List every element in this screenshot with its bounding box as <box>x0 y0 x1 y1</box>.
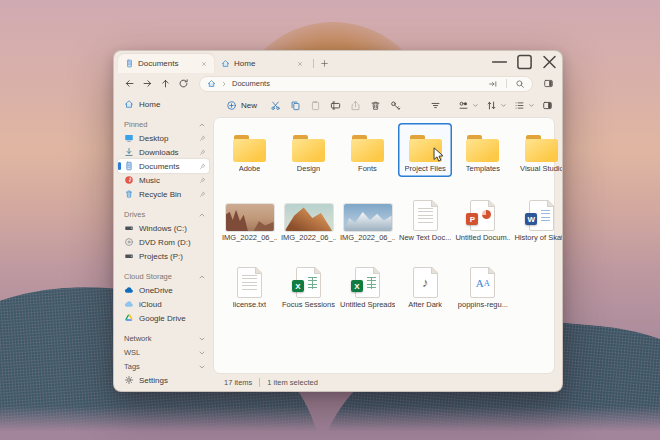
sidebar-section-tags[interactable]: Tags <box>118 360 209 373</box>
sidebar-item-projects-p[interactable]: Projects (P:) <box>118 249 209 263</box>
rename-button[interactable] <box>327 98 343 114</box>
file-item-label: Untitled Spreads... <box>340 301 395 310</box>
file-item-label: Focus Sessions <box>282 301 335 310</box>
excel-file-icon: X <box>296 267 321 298</box>
sidebar-item-icloud[interactable]: iCloud <box>118 297 209 311</box>
chevron-down-icon <box>500 102 507 109</box>
file-item-visual-studio[interactable]: Visual Studio <box>513 123 563 177</box>
close-button[interactable] <box>537 51 562 73</box>
delete-button[interactable] <box>367 98 383 114</box>
minimize-button[interactable] <box>487 51 512 73</box>
file-item-label: Fonts <box>358 165 377 174</box>
file-item-img-2022-06[interactable]: IMG_2022_06_... <box>339 182 396 246</box>
file-item-untitled-spreads[interactable]: XUntitled Spreads... <box>339 251 396 313</box>
maximize-button[interactable] <box>512 51 537 73</box>
folder-icon <box>350 135 385 162</box>
tab-documents[interactable]: Documents <box>118 54 214 73</box>
sidebar-item-recycle-bin[interactable]: Recycle Bin <box>118 187 209 201</box>
image-thumbnail <box>344 204 392 231</box>
wallpaper-bottom-haze <box>0 406 660 440</box>
sidebar-section-cloud-storage[interactable]: Cloud Storage <box>118 270 209 283</box>
file-item-focus-sessions[interactable]: XFocus Sessions <box>280 251 337 313</box>
back-button[interactable] <box>122 76 137 91</box>
file-item-license-txt[interactable]: license.txt <box>221 251 278 313</box>
go-to-icon[interactable] <box>488 79 498 89</box>
folder-icon <box>232 135 267 162</box>
file-item-history-of-skate[interactable]: WHistory of Skate... <box>513 182 563 246</box>
search-icon[interactable] <box>515 79 525 89</box>
file-item-templates[interactable]: Templates <box>454 123 511 177</box>
details-pane-button[interactable] <box>539 98 555 114</box>
sidebar-item-windows-c[interactable]: Windows (C:) <box>118 221 209 235</box>
paste-button[interactable] <box>307 98 323 114</box>
chevron-up-icon[interactable] <box>198 273 206 281</box>
address-bar[interactable]: Documents <box>199 76 533 92</box>
new-button[interactable]: New <box>222 98 263 113</box>
sidebar-item-desktop[interactable]: Desktop <box>118 131 209 145</box>
breadcrumb-location[interactable]: Documents <box>232 79 270 88</box>
tab-home[interactable]: Home <box>214 54 310 73</box>
sidebar-item-downloads[interactable]: Downloads <box>118 145 209 159</box>
windows-c-icon <box>124 223 134 233</box>
sidebar-section-pinned[interactable]: Pinned <box>118 118 209 131</box>
sidebar-item-label: Home <box>139 100 206 109</box>
chevron-down-icon <box>528 102 535 109</box>
sidebar-item-label: Google Drive <box>139 314 206 323</box>
sidebar-item-settings[interactable]: Settings <box>118 373 209 387</box>
file-item-project-files[interactable]: Project Files <box>398 123 452 177</box>
share-button[interactable] <box>347 98 363 114</box>
up-button[interactable] <box>158 76 173 91</box>
toggle-pane-icon[interactable] <box>541 77 555 91</box>
group-by-button[interactable] <box>455 98 479 114</box>
key-tools-button[interactable] <box>387 98 403 114</box>
projects-p-icon <box>124 251 134 261</box>
titlebar[interactable]: Documents Home <box>114 51 562 73</box>
sidebar-section-network[interactable]: Network <box>118 332 209 345</box>
chevron-up-icon[interactable] <box>198 211 206 219</box>
forward-button[interactable] <box>140 76 155 91</box>
mouse-cursor <box>433 147 444 163</box>
sidebar-item-google-drive[interactable]: Google Drive <box>118 311 209 325</box>
breadcrumb-home-icon[interactable] <box>207 79 216 88</box>
chevron-up-icon[interactable] <box>198 121 206 129</box>
chevron-down-icon[interactable] <box>198 349 206 357</box>
file-item-label: poppins-regu... <box>458 301 508 310</box>
copy-button[interactable] <box>287 98 303 114</box>
file-item-adobe[interactable]: Adobe <box>221 123 278 177</box>
pin-icon <box>199 149 206 156</box>
sidebar-item-home[interactable]: Home <box>118 97 209 111</box>
sidebar-item-documents[interactable]: Documents <box>118 159 209 173</box>
file-item-img-2022-06[interactable]: IMG_2022_06_... <box>280 182 337 246</box>
file-item-img-2022-06[interactable]: IMG_2022_06_... <box>221 182 278 246</box>
new-plus-icon <box>226 100 237 111</box>
sidebar-item-onedrive[interactable]: OneDrive <box>118 283 209 297</box>
sidebar: Home PinnedDesktopDownloadsDocumentsMusi… <box>114 94 213 391</box>
tab-close-icon[interactable] <box>198 58 209 69</box>
tab-close-icon[interactable] <box>294 58 305 69</box>
sidebar-item-label: Music <box>139 176 194 185</box>
sidebar-section-drives[interactable]: Drives <box>118 208 209 221</box>
file-area[interactable]: AdobeDesignFontsProject FilesTemplatesVi… <box>213 117 555 374</box>
filter-button[interactable] <box>427 98 443 114</box>
sort-button[interactable] <box>483 98 507 114</box>
refresh-button[interactable] <box>176 76 191 91</box>
music-icon <box>124 175 134 185</box>
chevron-down-icon[interactable] <box>198 363 206 371</box>
sidebar-item-dvd-rom-d[interactable]: DVD Rom (D:) <box>118 235 209 249</box>
sidebar-item-music[interactable]: Music <box>118 173 209 187</box>
sidebar-item-label: Windows (C:) <box>139 224 206 233</box>
file-item-new-text-doc[interactable]: New Text Doc... <box>398 182 452 246</box>
file-item-design[interactable]: Design <box>280 123 337 177</box>
layout-button[interactable] <box>511 98 535 114</box>
cut-button[interactable] <box>267 98 283 114</box>
new-tab-button[interactable] <box>317 56 331 70</box>
file-item-fonts[interactable]: Fonts <box>339 123 396 177</box>
file-item-poppins-regu[interactable]: AApoppins-regu... <box>454 251 511 313</box>
folder-icon <box>524 135 559 162</box>
file-item-untitled-docum[interactable]: PUntitled Docum... <box>454 182 511 246</box>
tab-divider <box>313 59 314 68</box>
chevron-down-icon[interactable] <box>198 335 206 343</box>
sidebar-section-wsl[interactable]: WSL <box>118 346 209 359</box>
breadcrumb-separator-icon <box>220 80 228 88</box>
file-item-after-dark[interactable]: ♪After Dark <box>398 251 452 313</box>
